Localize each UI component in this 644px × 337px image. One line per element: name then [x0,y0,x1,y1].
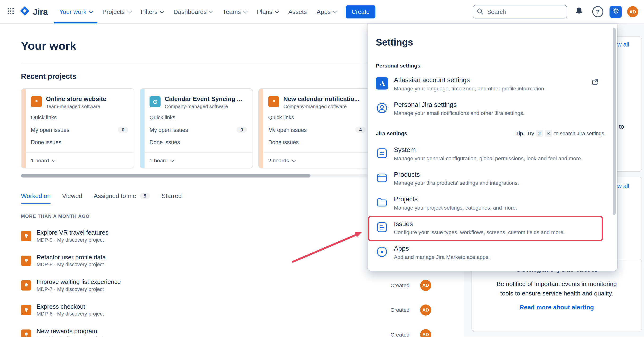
project-title[interactable]: New calendar notificatio... [283,95,359,102]
done-issues-link[interactable]: Done issues [150,136,247,148]
project-card-new-calendar-notifications[interactable]: New calendar notificatio... Company-mana… [258,88,372,169]
personal-settings-heading: Personal settings [376,63,420,69]
card-stripe [140,89,144,168]
project-card-calendar-sync[interactable]: Calendar Event Syncing ... Company-manag… [140,88,253,169]
settings-item-issues[interactable]: Issues Configure your issue types, workf… [369,217,602,240]
card-stripe [22,89,26,168]
settings-item-projects[interactable]: Projects Manage your project settings, c… [369,192,602,215]
person-circle-icon [376,102,388,114]
jira-logo[interactable]: Jira [20,6,48,18]
done-issues-link[interactable]: Done issues [31,136,128,148]
folder-icon [376,196,388,209]
sidebar-text-fragment: to [619,123,624,130]
nav-item-teams[interactable]: Teams [218,0,252,23]
settings-item-apps[interactable]: Apps Add and manage Jira Marketplace app… [369,242,602,265]
work-tabs: Worked on Viewed Assigned to me 5 Starre… [21,192,182,204]
settings-button[interactable] [610,6,622,18]
nav-item-plans[interactable]: Plans [252,0,283,23]
jira-logo-icon [20,6,30,18]
settings-item-personal-jira[interactable]: Personal Jira settings Manage your email… [369,98,602,121]
board-selector[interactable]: 1 board [26,152,134,168]
project-subtitle: Team-managed software [46,104,106,109]
project-avatar [268,96,279,107]
work-item-meta: MDP-7 · My discovery project [36,286,385,292]
work-item-title[interactable]: Express checkout [36,303,385,310]
project-subtitle: Company-managed software [165,104,242,109]
settings-item-title[interactable]: System [394,146,598,154]
nav-right-group: ? AD [473,5,640,19]
jira-logo-text: Jira [33,7,48,17]
work-item[interactable]: New rewards program MDP-5 · My discovery… [21,322,437,337]
assignee-avatar[interactable]: AD [420,329,431,337]
view-all-link[interactable]: w all [617,41,629,48]
chevron-down-icon [160,9,164,13]
help-button[interactable]: ? [591,5,604,19]
recent-projects-heading: Recent projects [21,72,76,81]
board-selector[interactable]: 1 board [144,152,253,168]
board-selector[interactable]: 2 boards [263,152,371,168]
project-title[interactable]: Calendar Event Syncing ... [165,95,242,102]
settings-item-title[interactable]: Projects [394,196,598,203]
nav-item-projects[interactable]: Projects [98,0,136,23]
apps-target-icon [376,246,388,258]
open-issues-count-badge: 0 [236,127,247,133]
settings-item-title[interactable]: Personal Jira settings [394,101,598,108]
nav-item-dashboards[interactable]: Dashboards [168,0,218,23]
assignee-avatar[interactable]: AD [420,280,431,291]
user-avatar[interactable]: AD [627,6,638,17]
chevron-down-icon [292,158,296,162]
assigned-count-badge: 5 [140,193,150,199]
nav-item-apps[interactable]: Apps [312,0,342,23]
quick-links-label: Quick links [268,114,366,120]
work-item[interactable]: Express checkout MDP-6 · My discovery pr… [21,297,437,322]
my-open-issues-link[interactable]: My open issues 0 [31,124,128,136]
settings-item-title[interactable]: Issues [394,220,598,227]
search-box [473,5,567,19]
settings-item-title[interactable]: Apps [394,245,598,252]
card-stripe [259,89,263,168]
my-open-issues-link[interactable]: My open issues 0 [150,124,247,136]
tab-assigned-to-me[interactable]: Assigned to me 5 [94,192,150,204]
settings-item-atlassian-account[interactable]: Atlassian account settings Manage your l… [369,73,602,96]
tab-viewed[interactable]: Viewed [62,192,82,204]
external-link-icon [592,79,598,96]
read-more-alerting-link[interactable]: Read more about alerting [472,304,642,311]
horizontal-scrollbar-thumb[interactable] [21,174,310,177]
settings-item-description: Manage your Jira products' settings and … [394,180,598,186]
work-item-title[interactable]: New rewards program [36,327,385,335]
nav-item-your-work[interactable]: Your work [54,0,98,23]
app-switcher-button[interactable] [4,5,17,19]
tab-worked-on[interactable]: Worked on [21,192,51,204]
chevron-down-icon [275,9,279,13]
panel-scrollbar-thumb[interactable] [613,28,616,215]
project-title[interactable]: Online store website [46,95,106,102]
work-item-title[interactable]: Improve waiting list experience [36,278,385,285]
work-item[interactable]: Improve waiting list experience MDP-7 · … [21,273,437,297]
create-button[interactable]: Create [346,5,375,19]
project-card-online-store[interactable]: Online store website Team-managed softwa… [21,88,134,169]
tab-starred[interactable]: Starred [162,192,182,204]
time-group-label: MORE THAN A MONTH AGO [21,214,90,218]
products-icon [376,172,388,184]
recent-projects-row: Online store website Team-managed softwa… [21,88,372,169]
settings-item-title[interactable]: Atlassian account settings [394,77,586,84]
search-input[interactable] [473,5,567,19]
notifications-button[interactable] [572,5,586,19]
settings-item-products[interactable]: Products Manage your Jira products' sett… [369,168,602,191]
settings-item-title[interactable]: Products [394,171,598,178]
nav-item-filters[interactable]: Filters [136,0,168,23]
nav-left-group: Jira Your work Projects Filters Dashboar… [4,0,473,23]
jira-app-window: Jira Your work Projects Filters Dashboar… [0,0,644,337]
settings-item-description: Manage your project settings, categories… [394,205,598,211]
settings-item-system[interactable]: System Manage your general configuration… [369,143,602,166]
work-item-meta: MDP-5 · My discovery project [36,335,385,337]
work-item-meta: MDP-6 · My discovery project [36,311,385,317]
settings-item-description: Manage your email notifications and othe… [394,110,598,116]
my-open-issues-link[interactable]: My open issues 4 [268,124,366,136]
chevron-down-icon [244,9,248,13]
done-issues-link[interactable]: Done issues [268,136,366,148]
nav-item-assets[interactable]: Assets [283,0,312,23]
quick-links-label: Quick links [31,114,128,120]
assignee-avatar[interactable]: AD [420,304,431,315]
view-all-link[interactable]: w all [617,183,629,189]
